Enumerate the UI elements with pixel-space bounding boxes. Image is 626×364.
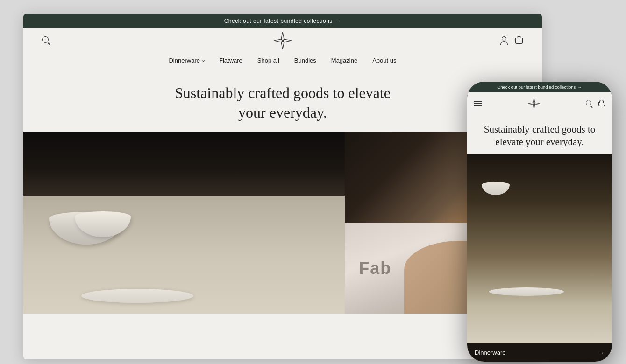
nav-item-flatware[interactable]: Flatware [219, 57, 242, 64]
announcement-bar[interactable]: Check out our latest bundled collections… [23, 14, 542, 28]
phone-hero-image [467, 154, 612, 343]
nav-item-aboutus[interactable]: About us [372, 57, 396, 64]
menu-icon[interactable] [474, 101, 482, 106]
phone-plate [489, 287, 564, 296]
phone-hero-text-content: Sustainably crafted goods to elevate you… [484, 124, 596, 147]
cart-icon[interactable] [515, 36, 523, 45]
nav-label-shopall: Shop all [257, 57, 279, 64]
nav-label-flatware: Flatware [219, 57, 242, 64]
phone-footer-bar[interactable]: Dinnerware → [467, 343, 612, 362]
phone-announcement-bar: Check out our latest bundled collections… [467, 82, 612, 92]
header-left [42, 36, 50, 45]
nav-label-bundles: Bundles [294, 57, 316, 64]
hero-headline-line2: your everyday. [238, 104, 327, 121]
nav-item-magazine[interactable]: Magazine [331, 57, 357, 64]
svg-marker-7 [528, 103, 534, 105]
nav-label-magazine: Magazine [331, 57, 357, 64]
header-right [500, 36, 523, 45]
phone-nav-icons [586, 100, 605, 107]
hero-headline-line1: Sustainably crafted goods to elevate [175, 84, 391, 101]
phone-inner: Check out our latest bundled collections… [467, 82, 612, 362]
nav-item-dinnerware[interactable]: Dinnerware [169, 57, 204, 64]
header [23, 28, 542, 53]
svg-marker-3 [283, 39, 292, 42]
svg-marker-1 [281, 41, 284, 49]
phone-announcement-arrow: → [577, 84, 582, 90]
user-icon[interactable] [500, 36, 508, 45]
phone-hero-headline: Sustainably crafted goods to elevate you… [467, 115, 612, 154]
nav-label-aboutus: About us [372, 57, 396, 64]
svg-marker-8 [534, 103, 540, 105]
svg-marker-6 [533, 104, 535, 110]
logo-icon [273, 31, 292, 50]
hero-images: Fab [23, 132, 542, 314]
page-container: Check out our latest bundled collections… [0, 0, 626, 364]
nav-label-dinnerware: Dinnerware [169, 57, 199, 64]
plate-main [81, 289, 193, 303]
nav-item-bundles[interactable]: Bundles [294, 57, 316, 64]
phone-logo-icon [527, 97, 541, 110]
phone-footer-label: Dinnerware [475, 349, 505, 356]
phone-header [467, 92, 612, 115]
logo-area[interactable] [273, 31, 292, 50]
desktop-browser: Check out our latest bundled collections… [23, 14, 542, 359]
announcement-arrow: → [335, 18, 341, 24]
phone-search-icon[interactable] [586, 100, 593, 107]
phone-footer-arrow: → [598, 349, 605, 356]
phone-cart-icon[interactable] [598, 100, 605, 107]
hero-headline: Sustainably crafted goods to elevate you… [23, 70, 542, 132]
fable-text: Fab [359, 259, 391, 278]
hero-image-main [23, 132, 345, 314]
phone-announcement-text: Check out our latest bundled collections [497, 84, 576, 90]
phone-image-inner [467, 154, 612, 343]
announcement-text: Check out our latest bundled collections [224, 18, 333, 24]
nav-item-shopall[interactable]: Shop all [257, 57, 279, 64]
phone-mockup: Check out our latest bundled collections… [467, 82, 612, 362]
main-image-content [23, 132, 345, 314]
search-icon[interactable] [42, 36, 50, 45]
phone-bowl [482, 182, 510, 195]
navigation: Dinnerware Flatware Shop all Bundles Mag… [23, 53, 542, 70]
chevron-down-icon [201, 58, 205, 62]
